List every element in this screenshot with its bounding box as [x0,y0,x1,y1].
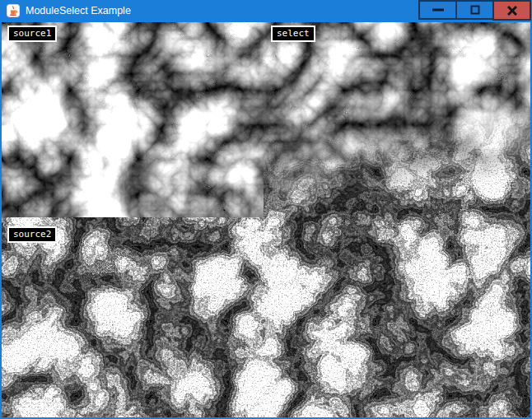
java-coffee-cup-graphic [7,4,20,17]
source2-inset-image [2,217,264,417]
maximize-button[interactable] [455,0,494,20]
noise-render-canvas [2,22,530,417]
titlebar[interactable]: ModuleSelect Example [0,0,532,22]
label-source1: source1 [7,26,57,42]
source1-inset-image [2,22,264,217]
java-coffee-cup-icon[interactable] [7,4,20,17]
render-area: source1 select source2 [2,22,530,417]
window-controls [420,0,531,21]
window-title: ModuleSelect Example [26,0,131,22]
close-button[interactable] [492,0,531,21]
app-window: ModuleSelect Example [0,0,532,419]
minimize-icon [432,9,444,12]
minimize-button[interactable] [418,0,457,20]
label-source2: source2 [7,226,57,243]
maximize-icon [470,6,479,15]
label-select: select [271,26,315,42]
